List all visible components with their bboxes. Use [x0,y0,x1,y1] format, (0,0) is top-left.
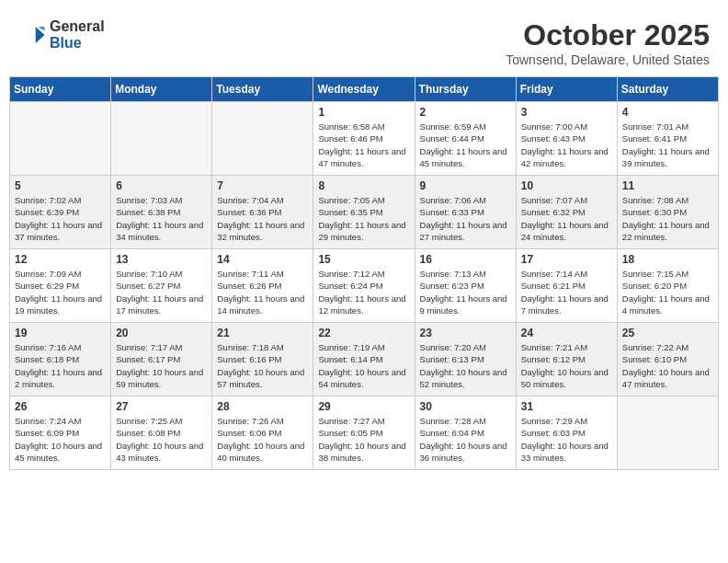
day-info: Sunrise: 7:02 AM Sunset: 6:39 PM Dayligh… [15,194,106,243]
calendar-cell: 17 Sunrise: 7:14 AM Sunset: 6:21 PM Dayl… [516,249,617,323]
calendar-table: SundayMondayTuesdayWednesdayThursdayFrid… [9,76,719,470]
day-info: Sunrise: 7:24 AM Sunset: 6:09 PM Dayligh… [15,415,106,464]
day-info: Sunrise: 7:01 AM Sunset: 6:41 PM Dayligh… [622,121,713,169]
title-block: October 2025 Townsend, Delaware, United … [506,18,710,67]
day-info: Sunrise: 6:58 AM Sunset: 6:46 PM Dayligh… [318,121,409,169]
day-number: 29 [318,400,409,413]
day-number: 9 [420,179,511,192]
calendar-cell: 11 Sunrise: 7:08 AM Sunset: 6:30 PM Dayl… [617,176,718,249]
calendar-week-row: 1 Sunrise: 6:58 AM Sunset: 6:46 PM Dayli… [10,102,719,176]
day-info: Sunrise: 7:14 AM Sunset: 6:21 PM Dayligh… [521,268,612,316]
day-number: 6 [116,179,207,192]
day-number: 2 [420,106,511,119]
calendar-cell [10,102,111,176]
day-number: 19 [15,327,106,339]
weekday-header-wednesday: Wednesday [313,77,415,102]
calendar-cell: 15 Sunrise: 7:12 AM Sunset: 6:24 PM Dayl… [313,249,415,323]
calendar-cell [617,396,718,470]
day-info: Sunrise: 7:16 AM Sunset: 6:18 PM Dayligh… [15,341,106,390]
weekday-header-thursday: Thursday [415,77,516,102]
day-number: 31 [521,400,612,413]
calendar-cell: 4 Sunrise: 7:01 AM Sunset: 6:41 PM Dayli… [617,102,718,176]
calendar-cell: 1 Sunrise: 6:58 AM Sunset: 6:46 PM Dayli… [313,102,415,176]
calendar-cell: 27 Sunrise: 7:25 AM Sunset: 6:08 PM Dayl… [111,396,212,470]
day-info: Sunrise: 7:17 AM Sunset: 6:17 PM Dayligh… [116,341,207,390]
calendar-cell: 8 Sunrise: 7:05 AM Sunset: 6:35 PM Dayli… [313,176,415,249]
day-info: Sunrise: 7:20 AM Sunset: 6:13 PM Dayligh… [420,341,511,390]
calendar-cell: 9 Sunrise: 7:06 AM Sunset: 6:33 PM Dayli… [415,176,516,249]
day-number: 15 [318,253,409,266]
day-info: Sunrise: 7:28 AM Sunset: 6:04 PM Dayligh… [420,415,511,464]
day-number: 4 [622,106,713,119]
month-title: October 2025 [506,18,710,52]
day-number: 13 [116,253,207,266]
calendar-week-row: 5 Sunrise: 7:02 AM Sunset: 6:39 PM Dayli… [10,176,719,249]
calendar-cell: 18 Sunrise: 7:15 AM Sunset: 6:20 PM Dayl… [617,249,718,323]
calendar-cell: 19 Sunrise: 7:16 AM Sunset: 6:18 PM Dayl… [10,323,111,396]
day-number: 14 [217,253,308,266]
day-number: 22 [318,327,409,339]
calendar-cell [212,102,313,176]
calendar-cell: 21 Sunrise: 7:18 AM Sunset: 6:16 PM Dayl… [212,323,313,396]
calendar-cell: 2 Sunrise: 6:59 AM Sunset: 6:44 PM Dayli… [415,102,516,176]
day-number: 16 [420,253,511,266]
day-number: 18 [622,253,713,266]
calendar-week-row: 19 Sunrise: 7:16 AM Sunset: 6:18 PM Dayl… [10,323,719,396]
day-number: 1 [318,106,409,119]
calendar-cell: 13 Sunrise: 7:10 AM Sunset: 6:27 PM Dayl… [111,249,212,323]
day-info: Sunrise: 7:08 AM Sunset: 6:30 PM Dayligh… [622,194,713,243]
calendar-week-row: 26 Sunrise: 7:24 AM Sunset: 6:09 PM Dayl… [10,396,719,470]
logo: General Blue [18,18,105,52]
day-info: Sunrise: 7:22 AM Sunset: 6:10 PM Dayligh… [622,341,713,390]
calendar-cell: 10 Sunrise: 7:07 AM Sunset: 6:32 PM Dayl… [516,176,617,249]
calendar-cell: 5 Sunrise: 7:02 AM Sunset: 6:39 PM Dayli… [10,176,111,249]
day-info: Sunrise: 7:12 AM Sunset: 6:24 PM Dayligh… [318,268,409,316]
day-number: 28 [217,400,308,413]
logo-blue-text: Blue [50,35,82,51]
day-number: 21 [217,327,308,339]
day-info: Sunrise: 7:21 AM Sunset: 6:12 PM Dayligh… [521,341,612,390]
day-number: 11 [622,179,713,192]
day-info: Sunrise: 7:15 AM Sunset: 6:20 PM Dayligh… [622,268,713,316]
calendar-cell: 6 Sunrise: 7:03 AM Sunset: 6:38 PM Dayli… [111,176,212,249]
calendar-cell: 22 Sunrise: 7:19 AM Sunset: 6:14 PM Dayl… [313,323,415,396]
day-number: 30 [420,400,511,413]
calendar-cell: 30 Sunrise: 7:28 AM Sunset: 6:04 PM Dayl… [415,396,516,470]
calendar-cell [111,102,212,176]
day-info: Sunrise: 7:18 AM Sunset: 6:16 PM Dayligh… [217,341,308,390]
day-number: 27 [116,400,207,413]
day-number: 5 [15,179,106,192]
day-info: Sunrise: 7:09 AM Sunset: 6:29 PM Dayligh… [15,268,106,316]
logo-general-text: General [50,18,105,34]
logo-icon [18,21,46,49]
page-header: General Blue October 2025 Townsend, Dela… [9,9,719,72]
weekday-header-tuesday: Tuesday [212,77,313,102]
weekday-header-sunday: Sunday [10,77,111,102]
day-number: 20 [116,327,207,339]
calendar-cell: 31 Sunrise: 7:29 AM Sunset: 6:03 PM Dayl… [516,396,617,470]
day-info: Sunrise: 7:25 AM Sunset: 6:08 PM Dayligh… [116,415,207,464]
day-info: Sunrise: 7:10 AM Sunset: 6:27 PM Dayligh… [116,268,207,316]
weekday-header-monday: Monday [111,77,212,102]
day-number: 12 [15,253,106,266]
calendar-cell: 25 Sunrise: 7:22 AM Sunset: 6:10 PM Dayl… [617,323,718,396]
day-info: Sunrise: 7:03 AM Sunset: 6:38 PM Dayligh… [116,194,207,243]
calendar-cell: 29 Sunrise: 7:27 AM Sunset: 6:05 PM Dayl… [313,396,415,470]
day-number: 7 [217,179,308,192]
calendar-cell: 20 Sunrise: 7:17 AM Sunset: 6:17 PM Dayl… [111,323,212,396]
day-number: 8 [318,179,409,192]
weekday-header-row: SundayMondayTuesdayWednesdayThursdayFrid… [10,77,719,102]
day-info: Sunrise: 7:29 AM Sunset: 6:03 PM Dayligh… [521,415,612,464]
calendar-cell: 14 Sunrise: 7:11 AM Sunset: 6:26 PM Dayl… [212,249,313,323]
day-info: Sunrise: 7:27 AM Sunset: 6:05 PM Dayligh… [318,415,409,464]
day-number: 3 [521,106,612,119]
day-number: 10 [521,179,612,192]
day-number: 26 [15,400,106,413]
day-info: Sunrise: 7:04 AM Sunset: 6:36 PM Dayligh… [217,194,308,243]
calendar-cell: 3 Sunrise: 7:00 AM Sunset: 6:43 PM Dayli… [516,102,617,176]
day-info: Sunrise: 6:59 AM Sunset: 6:44 PM Dayligh… [420,121,511,169]
calendar-cell: 28 Sunrise: 7:26 AM Sunset: 6:06 PM Dayl… [212,396,313,470]
calendar-cell: 16 Sunrise: 7:13 AM Sunset: 6:23 PM Dayl… [415,249,516,323]
calendar-cell: 12 Sunrise: 7:09 AM Sunset: 6:29 PM Dayl… [10,249,111,323]
location-title: Townsend, Delaware, United States [506,52,710,67]
